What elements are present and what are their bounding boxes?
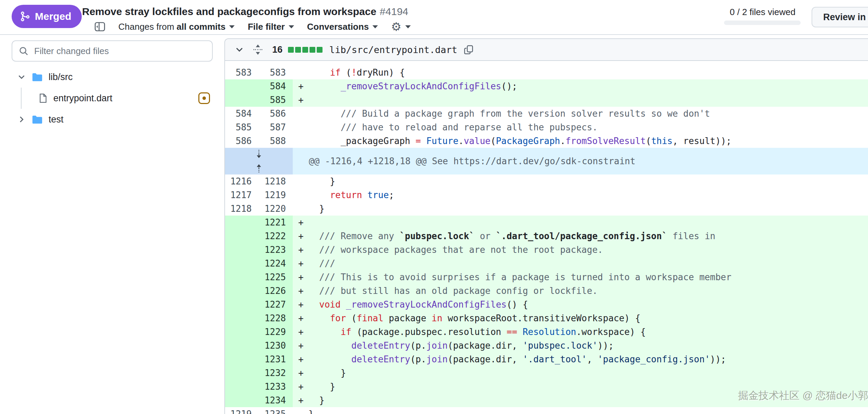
new-line-number[interactable]: 1225: [259, 270, 293, 284]
code-line: ///: [308, 257, 868, 270]
old-line-number[interactable]: 1218: [225, 202, 259, 216]
diff-sign: +: [293, 311, 308, 325]
code-line: for (final package in workspaceRoot.tran…: [308, 311, 868, 325]
tree-item-lib-src[interactable]: lib/src: [0, 66, 224, 88]
code-line: /// Build a package graph from the versi…: [308, 107, 868, 120]
new-line-number[interactable]: 587: [259, 120, 293, 134]
collapse-file-chevron-icon[interactable]: [235, 45, 244, 54]
new-line-number[interactable]: 1218: [259, 174, 293, 188]
old-line-number[interactable]: [225, 229, 259, 243]
diffstat-addition-square: [288, 47, 294, 53]
code-line: }: [308, 174, 868, 188]
code-line: void _removeStrayLockAndConfigFiles() {: [308, 298, 868, 311]
new-line-number[interactable]: 1229: [259, 325, 293, 339]
old-line-number[interactable]: [225, 311, 259, 325]
old-line-number[interactable]: [225, 79, 259, 93]
tree-item-test[interactable]: test: [0, 109, 224, 130]
old-line-number[interactable]: [225, 339, 259, 352]
new-line-number[interactable]: 1234: [259, 393, 293, 407]
expand-hunk-gutter: [225, 148, 293, 174]
new-line-number[interactable]: 1228: [259, 311, 293, 325]
diff-settings-dropdown[interactable]: ⚙: [391, 21, 410, 33]
old-line-number[interactable]: [225, 257, 259, 270]
old-line-number[interactable]: 1219: [225, 407, 259, 414]
new-line-number[interactable]: 1235: [259, 407, 293, 414]
code-line: /// This is to avoid surprises if a pack…: [308, 270, 868, 284]
expand-diff-icon[interactable]: [252, 43, 264, 56]
chevron-down-icon[interactable]: [17, 73, 26, 81]
files-viewed-progress-bar: [724, 21, 801, 25]
conversations-dropdown[interactable]: Conversations: [307, 22, 378, 32]
new-line-number[interactable]: 1221: [259, 216, 293, 229]
diff-row-added: 1227+ void _removeStrayLockAndConfigFile…: [225, 298, 868, 311]
old-line-number[interactable]: [225, 380, 259, 393]
changes-from-dropdown[interactable]: Changes fromall commits: [118, 22, 235, 32]
old-line-number[interactable]: [225, 243, 259, 257]
new-line-number[interactable]: 1220: [259, 202, 293, 216]
diff-panel: 16 lib/src/entrypoint.dart 583583 if (!d…: [224, 38, 868, 414]
diffstat-addition-square: [317, 47, 323, 53]
watermark: 掘金技术社区 @ 恋猫de小郭: [738, 389, 868, 403]
diff-row-context: 12171219 return true;: [225, 188, 868, 202]
sidebar-toggle-button[interactable]: [94, 21, 105, 32]
diff-sign: +: [293, 93, 308, 107]
old-line-number[interactable]: [225, 270, 259, 284]
new-line-number[interactable]: 1223: [259, 243, 293, 257]
old-line-number[interactable]: 1216: [225, 174, 259, 188]
changes-from-label: Changes from: [118, 22, 174, 32]
diff-row-added: 1229+ if (package.pubspec.resolution == …: [225, 325, 868, 339]
code-line: /// workspace packages that are not the …: [308, 243, 868, 257]
tree-item-label: test: [49, 114, 64, 125]
new-line-number[interactable]: 1222: [259, 229, 293, 243]
old-line-number[interactable]: 583: [225, 66, 259, 79]
changes-count: 16: [272, 44, 282, 55]
diff-row-added: 1223+ /// workspace packages that are no…: [225, 243, 868, 257]
new-line-number[interactable]: 1232: [259, 366, 293, 380]
old-line-number[interactable]: [225, 216, 259, 229]
file-filter-dropdown[interactable]: File filter: [248, 22, 294, 32]
expand-down-icon[interactable]: [256, 150, 262, 160]
new-line-number[interactable]: 588: [259, 134, 293, 148]
expand-up-icon[interactable]: [256, 162, 262, 173]
new-line-number[interactable]: 585: [259, 93, 293, 107]
old-line-number[interactable]: [225, 298, 259, 311]
new-line-number[interactable]: 1219: [259, 188, 293, 202]
old-line-number[interactable]: [225, 352, 259, 366]
new-line-number[interactable]: 1230: [259, 339, 293, 352]
filter-changed-files-input[interactable]: [34, 46, 206, 56]
new-line-number[interactable]: 584: [259, 79, 293, 93]
diff-row-added: 1230+ deleteEntry(p.join(package.dir, 'p…: [225, 339, 868, 352]
new-line-number[interactable]: 1231: [259, 352, 293, 366]
diff-content: 583583 if (!dryRun) {584+ _removeStrayLo…: [225, 61, 868, 414]
old-line-number[interactable]: [225, 393, 259, 407]
old-line-number[interactable]: 585: [225, 120, 259, 134]
new-line-number[interactable]: 1233: [259, 380, 293, 393]
new-line-number[interactable]: 1226: [259, 284, 293, 298]
diffstat-squares: [288, 47, 323, 53]
files-viewed-counter: 0 / 2 files viewed: [730, 7, 795, 17]
copy-path-icon[interactable]: [463, 44, 474, 55]
old-line-number[interactable]: [225, 325, 259, 339]
old-line-number[interactable]: 584: [225, 107, 259, 120]
old-line-number[interactable]: 1217: [225, 188, 259, 202]
new-line-number[interactable]: 1224: [259, 257, 293, 270]
chevron-right-icon[interactable]: [17, 115, 26, 124]
new-line-number[interactable]: 1227: [259, 298, 293, 311]
changed-files-tree: lib/srcentrypoint.darttest: [0, 66, 224, 130]
folder-icon: [31, 71, 43, 83]
search-icon: [18, 46, 29, 56]
diff-sign: +: [293, 216, 308, 229]
old-line-number[interactable]: [225, 366, 259, 380]
diff-sign: +: [293, 352, 308, 366]
new-line-number[interactable]: 583: [259, 66, 293, 79]
new-line-number[interactable]: 586: [259, 107, 293, 120]
tree-item-label: entrypoint.dart: [53, 93, 113, 104]
old-line-number[interactable]: [225, 284, 259, 298]
review-button[interactable]: Review in co: [812, 7, 868, 27]
old-line-number[interactable]: 586: [225, 134, 259, 148]
pr-header: Merged Remove stray lockfiles and packag…: [0, 0, 868, 35]
diff-sign: +: [293, 380, 308, 393]
tree-item-entrypoint-dart[interactable]: entrypoint.dart: [0, 88, 224, 109]
old-line-number[interactable]: [225, 93, 259, 107]
status-badge: Merged: [12, 5, 82, 28]
